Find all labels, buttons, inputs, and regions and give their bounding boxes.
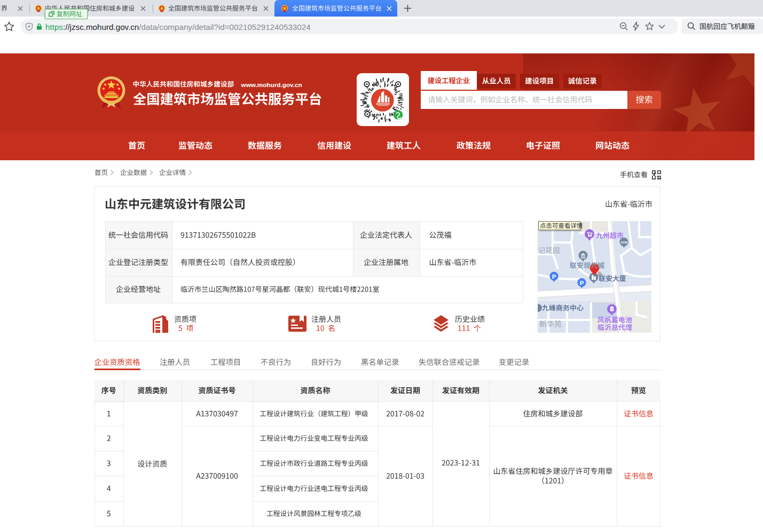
- svg-text:www.mohurd.gov.cn: www.mohurd.gov.cn: [241, 81, 302, 88]
